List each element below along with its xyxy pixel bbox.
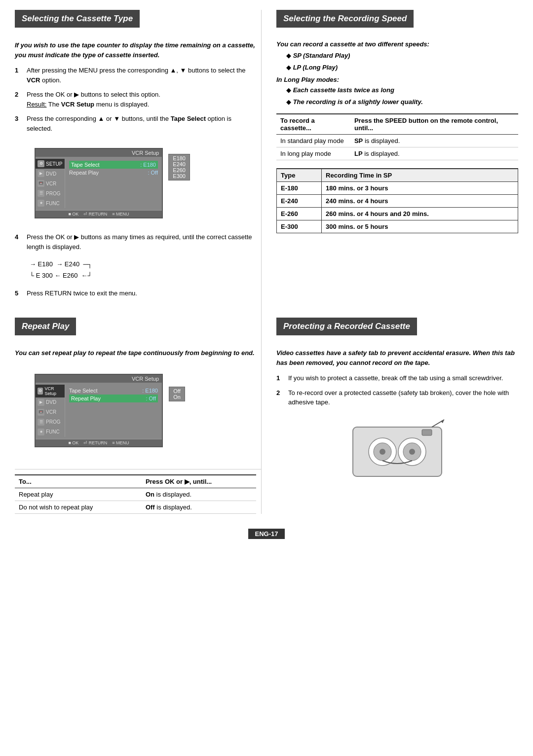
- speed-col-1: To record a cassette...: [276, 114, 350, 135]
- cassette-step-2: 2 Press the OK or ▶ buttons to select th…: [15, 90, 256, 109]
- dvd-icon-2: ▶: [38, 399, 44, 406]
- menu-options-1: E180 E240 E260 E300: [168, 154, 190, 180]
- arrow-line-2: └ E 300 ← E260 ←┘: [30, 270, 256, 281]
- cassette-step-5: 5 Press RETURN twice to exit the menu.: [15, 288, 256, 298]
- type-e180: E-180: [277, 182, 322, 195]
- sidebar-prog: ☰ PROG: [36, 188, 65, 198]
- speed-bullet-lp: LP (Long Play): [286, 63, 518, 72]
- type-e260: E-260: [277, 208, 322, 220]
- step-content-3: Press the corresponding ▲ or ▼ buttons, …: [27, 114, 256, 133]
- long-play-bullet-2: The recording is of a slightly lower qua…: [286, 97, 518, 107]
- sidebar-prog-2: ☰ PROG: [36, 417, 65, 427]
- tape-svg: [348, 417, 447, 481]
- in-long-play-label: In Long Play modes:: [276, 76, 518, 83]
- sidebar-dvd-2: ▶ DVD: [36, 397, 65, 407]
- menu-mockup-2: VCR Setup ⚙ VCR Setup ▶ DVD 📼: [35, 374, 163, 447]
- prot-step-num-2: 2: [276, 388, 285, 407]
- protecting-intro: Video cassettes have a safety tab to pre…: [276, 348, 518, 367]
- time-e180: 180 mins. or 3 hours: [322, 182, 518, 195]
- type-e240: E-240: [277, 195, 322, 208]
- menu-content-2: Tape Select : E180 Repeat Play : Off: [65, 385, 162, 437]
- setup-icon-2: ⚙: [38, 388, 43, 395]
- speed-label-lp: In long play mode: [276, 147, 350, 160]
- repeat-play-row: Repeat Play : Off: [69, 169, 158, 177]
- speed-bullet-sp: SP (Standard Play): [286, 51, 518, 61]
- protecting-header: Protecting a Recorded Cassette: [276, 318, 417, 335]
- repeat-result-off: Off is displayed.: [142, 501, 256, 513]
- repeat-col-to: To...: [15, 475, 142, 488]
- sidebar-func: ★ FUNC: [36, 198, 65, 208]
- speed-label-sp: In standard play mode: [276, 135, 350, 147]
- tape-illustration: [348, 417, 447, 481]
- menu-bottom-bar-1: ■ OK ⏎ RETURN ≡ MENU: [36, 210, 162, 217]
- repeat-action-on: Repeat play: [15, 488, 142, 501]
- protecting-step-1: 1 If you wish to protect a cassette, bre…: [276, 373, 518, 383]
- type-row-e180: E-180 180 mins. or 3 hours: [277, 182, 518, 195]
- speed-value-lp: LP is displayed.: [350, 147, 518, 160]
- step-num-4: 4: [15, 232, 24, 252]
- step-num-1: 1: [15, 66, 24, 85]
- time-e240: 240 mins. or 4 hours: [322, 195, 518, 208]
- repeat-row-off: Do not wish to repeat play Off is displa…: [15, 501, 256, 513]
- menu-content-1: Tape Select : E180 Repeat Play : Off: [65, 159, 162, 208]
- repeat-col-press: Press OK or ▶, until...: [142, 475, 256, 488]
- recording-speed-intro: You can record a cassette at two differe…: [276, 40, 518, 48]
- recording-speed-header: Selecting the Recording Speed: [276, 10, 414, 28]
- cassette-type-steps-final: 5 Press RETURN twice to exit the menu.: [15, 288, 256, 298]
- prot-step-num-1: 1: [276, 373, 285, 383]
- step-content-2: Press the OK or ▶ buttons to select this…: [27, 90, 256, 109]
- svg-point-6: [409, 449, 415, 455]
- step-content-5: Press RETURN twice to exit the menu.: [27, 288, 256, 298]
- type-row-e300: E-300 300 mins. or 5 hours: [277, 220, 518, 233]
- func-icon: ★: [38, 200, 44, 207]
- speed-header-table: To record a cassette... Press the SPEED …: [276, 113, 518, 160]
- speed-row-lp: In long play mode LP is displayed.: [276, 147, 518, 160]
- menu-title-bar-2: VCR Setup: [36, 375, 162, 383]
- sidebar-setup: ⚙ SETUP: [36, 159, 65, 169]
- func-icon-2: ★: [38, 429, 44, 435]
- prog-icon-2: ☰: [38, 419, 44, 426]
- speed-col-2: Press the SPEED button on the remote con…: [350, 114, 518, 135]
- arrow-diagram: → E180 → E240 ─┐ └ E 300 ← E260 ←┘: [30, 258, 256, 282]
- repeat-play-row-2: Repeat Play : Off: [69, 395, 158, 402]
- step-num-5: 5: [15, 288, 24, 298]
- cassette-step-1: 1 After pressing the MENU press the corr…: [15, 66, 256, 85]
- protecting-steps: 1 If you wish to protect a cassette, bre…: [276, 373, 518, 407]
- setup-icon: ⚙: [38, 160, 44, 167]
- step-content-4: Press the OK or ▶ buttons as many times …: [27, 232, 256, 252]
- cassette-type-steps: 1 After pressing the MENU press the corr…: [15, 66, 256, 133]
- repeat-table-section: To... Press OK or ▶, until... Repeat pla…: [15, 469, 262, 514]
- cassette-type-header: Selecting the Cassette Type: [15, 10, 140, 28]
- time-e300: 300 mins. or 5 hours: [322, 220, 518, 233]
- menu-title-bar-1: VCR Setup: [36, 149, 162, 157]
- speed-value-sp: SP is displayed.: [350, 135, 518, 147]
- cassette-step-4: 4 Press the OK or ▶ buttons as many time…: [15, 232, 256, 252]
- cassette-type-intro: If you wish to use the tape counter to d…: [15, 40, 256, 60]
- sidebar-dvd: ▶ DVD: [36, 169, 65, 179]
- arrow-line-1: → E180 → E240 ─┐: [30, 258, 256, 270]
- cassette-step-3: 3 Press the corresponding ▲ or ▼ buttons…: [15, 114, 256, 133]
- repeat-play-intro: You can set repeat play to repeat the ta…: [15, 348, 256, 358]
- type-e300: E-300: [277, 220, 322, 233]
- tape-select-row-2: Tape Select : E180: [69, 387, 158, 395]
- menu-sidebar-2: ⚙ VCR Setup ▶ DVD 📼 VCR ☰: [36, 385, 65, 437]
- menu-options-2: Off On: [169, 387, 185, 401]
- page-footer: ENG-17: [15, 524, 518, 539]
- dvd-icon: ▶: [38, 170, 44, 177]
- sidebar-func-2: ★ FUNC: [36, 427, 65, 437]
- menu-bottom-bar-2: ■ OK ⏎ RETURN ≡ MENU: [36, 439, 162, 446]
- svg-point-5: [380, 449, 385, 455]
- menu-sidebar-1: ⚙ SETUP ▶ DVD 📼 VCR ☰ P: [36, 159, 65, 208]
- speed-row-sp: In standard play mode SP is displayed.: [276, 135, 518, 147]
- prot-step-content-2: To re-record over a protected cassette (…: [288, 388, 518, 407]
- protecting-step-2: 2 To re-record over a protected cassette…: [276, 388, 518, 407]
- cassette-type-section: Selecting the Cassette Type If you wish …: [15, 10, 262, 313]
- type-row-e260: E-260 260 mins. or 4 hours and 20 mins.: [277, 208, 518, 220]
- sidebar-vcr: 📼 VCR: [36, 179, 65, 188]
- sidebar-setup-2: ⚙ VCR Setup: [36, 385, 65, 397]
- tape-select-row: Tape Select : E180: [69, 161, 158, 169]
- type-time-table: Type Recording Time in SP E-180 180 mins…: [276, 168, 518, 233]
- prot-step-content-1: If you wish to protect a cassette, break…: [288, 373, 518, 383]
- type-col-header: Type: [277, 169, 322, 182]
- menu-mockup-1: VCR Setup ⚙ SETUP ▶ DVD 📼 VCR: [35, 148, 163, 218]
